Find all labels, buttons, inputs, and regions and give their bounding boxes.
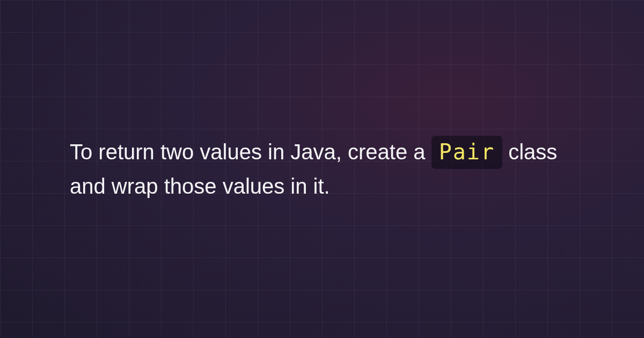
- main-text: To return two values in Java, create a P…: [70, 135, 574, 203]
- code-chip-pair: Pair: [431, 136, 502, 169]
- text-before-code: To return two values in Java, create a: [70, 140, 431, 164]
